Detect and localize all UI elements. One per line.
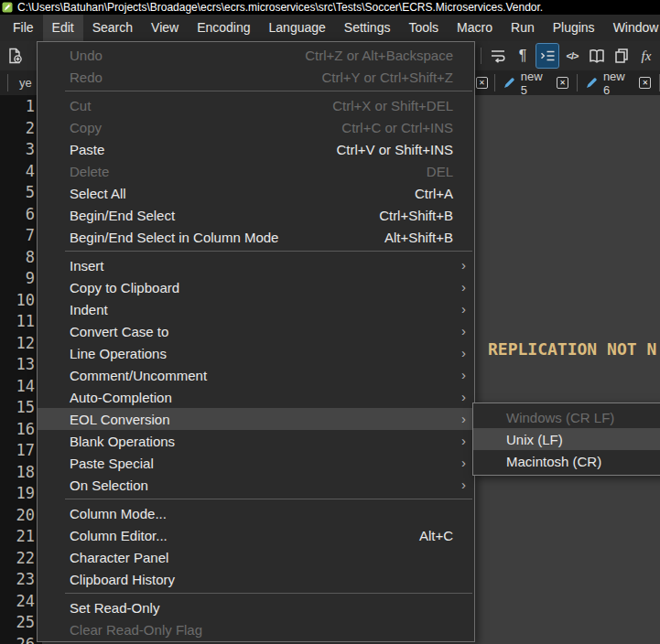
menu-item-label: Copy to Clipboard	[70, 280, 465, 295]
menu-item-label: Blank Operations	[70, 434, 465, 449]
line-number: 26	[0, 634, 35, 644]
menu-item-label: Comment/Uncomment	[70, 368, 465, 383]
edit-menu-item-delete[interactable]: DeleteDEL	[38, 160, 474, 182]
edit-menu-item-character-panel[interactable]: Character Panel	[38, 546, 474, 568]
edit-menu-item-set-read-only[interactable]: Set Read-Only	[38, 596, 474, 618]
menu-item-label: EOL Conversion	[70, 412, 465, 427]
function-list-icon[interactable]: fx	[635, 44, 657, 68]
menu-item-label: Paste Special	[70, 456, 465, 471]
notepad-plus-plus-window: { "window": { "title": "C:\\Users\\Batuh…	[0, 0, 660, 644]
edit-menu-item-convert-case-to[interactable]: Convert Case to›	[38, 320, 474, 342]
edit-menu-item-undo[interactable]: UndoCtrl+Z or Alt+Backspace	[38, 44, 474, 66]
menu-item-label: Set Read-Only	[70, 600, 465, 616]
menu-item-label: Begin/End Select	[70, 208, 379, 223]
edit-menu-item-comment-uncomment[interactable]: Comment/Uncomment›	[38, 364, 474, 386]
define-language-icon-glyph: </>	[567, 50, 579, 61]
edit-menu-item-column-editor[interactable]: Column Editor...Alt+C	[38, 524, 474, 546]
edit-menu-item-copy-to-clipboard[interactable]: Copy to Clipboard›	[38, 276, 474, 298]
menu-item-label: Indent	[70, 302, 465, 317]
menubar-item-window[interactable]: Window	[604, 15, 660, 41]
indent-guide-icon[interactable]	[536, 44, 558, 68]
edit-menu-item-line-operations[interactable]: Line Operations›	[38, 342, 474, 364]
document-map-icon[interactable]	[586, 44, 608, 68]
submenu-arrow-icon: ›	[461, 408, 466, 430]
edit-menu-item-insert[interactable]: Insert›	[38, 254, 474, 276]
menu-bar: FileEditSearchViewEncodingLanguageSettin…	[0, 15, 660, 41]
menu-item-label: Unix (LF)	[506, 432, 658, 447]
edit-menu-item-select-all[interactable]: Select AllCtrl+A	[38, 182, 474, 204]
edit-menu-item-indent[interactable]: Indent›	[38, 298, 474, 320]
submenu-arrow-icon: ›	[461, 342, 466, 364]
submenu-arrow-icon: ›	[461, 254, 466, 276]
new-file-icon[interactable]	[4, 44, 26, 68]
line-number: 2	[0, 118, 35, 140]
line-number: 10	[0, 290, 35, 312]
tab-close-button[interactable]: ✕	[557, 77, 568, 89]
tab-label: new 6	[603, 70, 634, 97]
menubar-item-encoding[interactable]: Encoding	[188, 15, 259, 41]
define-language-icon[interactable]: </>	[561, 44, 583, 68]
line-number: 7	[0, 225, 35, 247]
edit-menu-item-begin-end-select[interactable]: Begin/End SelectCtrl+Shift+B	[38, 204, 474, 226]
menu-item-label: Line Operations	[70, 346, 465, 361]
edit-menu-item-auto-completion[interactable]: Auto-Completion›	[38, 386, 474, 408]
menubar-item-search[interactable]: Search	[83, 15, 142, 41]
edit-menu-item-copy[interactable]: CopyCtrl+C or Ctrl+INS	[38, 116, 474, 138]
submenu-arrow-icon: ›	[461, 386, 466, 408]
edit-menu-item-begin-end-select-in-column-mode[interactable]: Begin/End Select in Column ModeAlt+Shift…	[38, 226, 474, 248]
edit-menu-item-paste-special[interactable]: Paste Special›	[38, 452, 474, 474]
submenu-arrow-icon: ›	[461, 364, 466, 386]
document-list-icon[interactable]	[611, 44, 633, 68]
menu-item-label: Clipboard History	[70, 572, 465, 587]
eol-submenu-item-unix-lf[interactable]: Unix (LF)	[473, 428, 660, 450]
menubar-item-plugins[interactable]: Plugins	[544, 15, 604, 41]
menu-item-shortcut: Ctrl+Shift+B	[379, 208, 465, 223]
tab-new-6[interactable]: new 6✕	[584, 70, 653, 95]
menubar-item-language[interactable]: Language	[260, 15, 335, 41]
menubar-item-settings[interactable]: Settings	[335, 15, 400, 41]
eol-submenu-item-macintosh-cr[interactable]: Macintosh (CR)	[473, 450, 660, 472]
edit-menu-item-on-selection[interactable]: On Selection›	[38, 474, 474, 496]
menu-separator	[65, 593, 472, 594]
menubar-item-run[interactable]: Run	[502, 15, 544, 41]
tab-close-button[interactable]: ✕	[639, 77, 651, 89]
edit-menu-item-clear-read-only-flag[interactable]: Clear Read-Only Flag	[38, 618, 474, 640]
menu-item-label: Delete	[70, 164, 427, 179]
show-all-characters-icon[interactable]: ¶	[512, 44, 534, 68]
line-number: 9	[0, 268, 35, 290]
menubar-item-file[interactable]: File	[4, 15, 43, 41]
menu-item-label: Paste	[70, 142, 336, 157]
menu-item-shortcut: Ctrl+V or Shift+INS	[336, 142, 465, 157]
edit-menu-item-eol-conversion[interactable]: EOL Conversion›	[38, 408, 474, 430]
menu-item-label: Column Editor...	[70, 528, 419, 543]
menubar-item-macro[interactable]: Macro	[448, 15, 502, 41]
line-number: 6	[0, 204, 35, 226]
edit-menu-dropdown: UndoCtrl+Z or Alt+BackspaceRedoCtrl+Y or…	[37, 41, 475, 642]
menu-item-shortcut: Alt+Shift+B	[384, 230, 465, 245]
edit-menu-item-column-mode[interactable]: Column Mode...	[38, 502, 474, 524]
menubar-item-view[interactable]: View	[142, 15, 188, 41]
menu-item-shortcut: Alt+C	[419, 528, 465, 543]
tab-close-button[interactable]: ✕	[476, 77, 488, 89]
eol-submenu-item-windows-cr-lf[interactable]: Windows (CR LF)	[473, 406, 660, 428]
line-number: 12	[0, 333, 35, 355]
word-wrap-icon[interactable]	[487, 44, 509, 68]
modified-pencil-icon	[503, 77, 515, 89]
menu-item-label: Redo	[70, 70, 321, 85]
menubar-item-edit[interactable]: Edit	[43, 15, 83, 41]
line-number: 5	[0, 182, 35, 204]
edit-menu-item-redo[interactable]: RedoCtrl+Y or Ctrl+Shift+Z	[38, 66, 474, 88]
line-number: 14	[0, 376, 35, 398]
tab-new-5[interactable]: new 5✕	[502, 70, 570, 95]
menu-item-label: Windows (CR LF)	[506, 410, 658, 425]
edit-menu-item-paste[interactable]: PasteCtrl+V or Shift+INS	[38, 138, 474, 160]
menu-item-label: Cut	[70, 98, 332, 113]
edit-menu-item-blank-operations[interactable]: Blank Operations›	[38, 430, 474, 452]
menu-item-label: Macintosh (CR)	[506, 454, 658, 469]
menubar-item-tools[interactable]: Tools	[399, 15, 448, 41]
clipped-tab-label[interactable]: ye	[19, 70, 32, 95]
edit-menu-item-clipboard-history[interactable]: Clipboard History	[38, 568, 474, 590]
menu-item-label: Insert	[70, 258, 465, 274]
line-number: 21	[0, 526, 35, 548]
edit-menu-item-cut[interactable]: CutCtrl+X or Shift+DEL	[38, 94, 474, 116]
